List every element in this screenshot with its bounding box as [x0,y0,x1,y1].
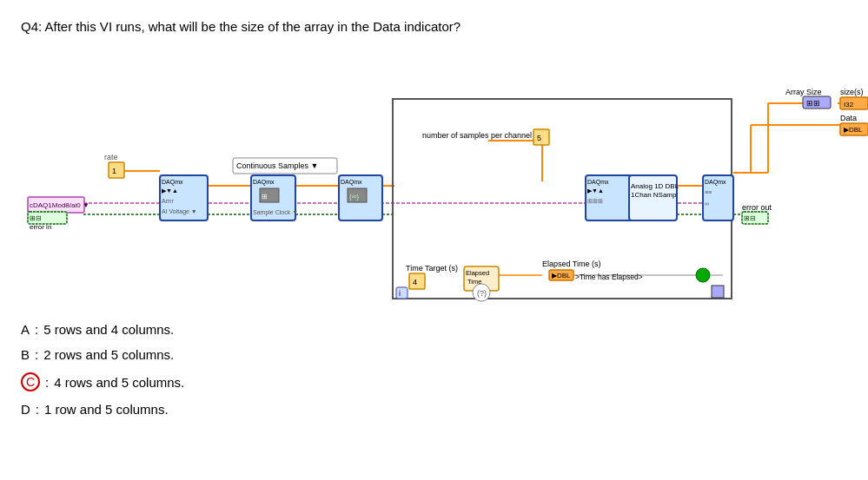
svg-text:⊞⊞: ⊞⊞ [806,99,820,108]
svg-text:Continuous Samples ▼: Continuous Samples ▼ [236,161,318,170]
answer-a-letter: A [21,322,30,337]
svg-text:4: 4 [413,278,417,286]
svg-text:DAQmx: DAQmx [705,179,726,186]
svg-text:⊞⊟: ⊞⊟ [30,214,42,222]
answer-a-text: 5 rows and 4 columns. [43,322,174,337]
svg-text:Arrrr: Arrrr [162,198,175,204]
svg-text:▶DBL: ▶DBL [844,126,863,134]
answer-d-text: 1 row and 5 columns. [44,402,169,417]
question-text: Q4: After this VI runs, what will be the… [21,17,847,36]
answers-section: A : 5 rows and 4 columns. B : 2 rows and… [21,322,847,417]
svg-text:▶▼▲: ▶▼▲ [587,187,604,194]
diagram-svg: DAQmx ▶▼▲ Arrrr AI Voltage ▼ DAQmx ⊞ Sam… [21,51,855,303]
svg-text:▶DBL: ▶DBL [552,272,571,279]
answer-b: B : 2 rows and 5 columns. [21,347,847,362]
svg-text:error out: error out [742,203,772,212]
answer-c: C : 4 rows and 5 columns. [21,372,847,391]
svg-rect-27 [712,286,724,298]
svg-text:▶▼▲: ▶▼▲ [162,187,178,194]
svg-text:Data: Data [840,114,857,122]
answer-b-colon: : [35,347,38,362]
svg-text:cDAQ1Mod8/ai0 ▼: cDAQ1Mod8/ai0 ▼ [30,201,89,209]
svg-text:Time Target (s): Time Target (s) [406,264,458,273]
svg-text:i: i [399,289,401,298]
answer-c-circle: C [21,372,40,391]
svg-text:DAQmx: DAQmx [162,179,183,186]
svg-text:Elapsed Time (s): Elapsed Time (s) [542,260,601,268]
svg-text:error in: error in [30,223,51,231]
answer-c-text: 4 rows and 5 columns. [54,375,184,390]
svg-text:size(s): size(s) [840,88,864,96]
svg-rect-90 [396,287,407,299]
svg-text:∞: ∞ [705,201,709,207]
svg-text:Analog 1D DBL: Analog 1D DBL [631,182,679,190]
svg-text:⊞: ⊞ [262,193,268,201]
answer-b-text: 2 rows and 5 columns. [43,347,174,362]
svg-text:number of samples per channel: number of samples per channel [422,131,532,140]
answer-b-letter: B [21,347,30,362]
answer-a-colon: : [35,322,38,337]
svg-text:Elapsed: Elapsed [466,269,489,277]
svg-text:I32: I32 [844,101,854,108]
svg-text:{∞}: {∞} [349,193,359,201]
svg-text:Array Size: Array Size [785,88,822,96]
svg-text:AI Voltage ▼: AI Voltage ▼ [162,208,197,215]
svg-text:1: 1 [112,167,116,175]
svg-text:>Time has Elapsed>: >Time has Elapsed> [575,273,643,281]
svg-text:⊞⊟: ⊞⊟ [744,214,756,222]
svg-text:Sample Clock ▼: Sample Clock ▼ [253,209,298,216]
svg-text:DAQmx: DAQmx [341,179,362,186]
svg-text:⊞⊞⊞: ⊞⊞⊞ [587,198,603,204]
svg-text:rate: rate [104,153,118,161]
answer-d-colon: : [36,402,39,417]
vi-diagram: DAQmx ▶▼▲ Arrrr AI Voltage ▼ DAQmx ⊞ Sam… [21,51,855,303]
answer-a: A : 5 rows and 4 columns. [21,322,847,337]
svg-text:1Chan NSamp: 1Chan NSamp [631,191,677,199]
answer-d-letter: D [21,402,30,417]
svg-text:DAQmx: DAQmx [587,179,609,186]
svg-point-24 [696,268,710,282]
answer-d: D : 1 row and 5 columns. [21,402,847,417]
svg-text:(?): (?) [477,289,487,298]
svg-text:5: 5 [537,134,541,142]
svg-text:DAQmx: DAQmx [253,179,275,186]
svg-text:≡≡: ≡≡ [705,189,712,195]
answer-c-colon: : [45,375,49,390]
